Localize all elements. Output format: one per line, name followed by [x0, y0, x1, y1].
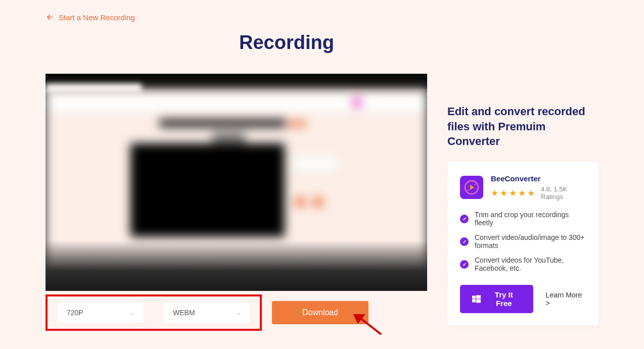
chevron-down-icon: ⌄ — [237, 310, 241, 316]
windows-icon — [472, 294, 481, 304]
resolution-select[interactable]: 720P ⌄ — [58, 303, 144, 323]
check-icon — [460, 215, 469, 223]
arrow-left-icon — [45, 13, 55, 22]
back-link-label: Start a New Recording — [59, 13, 135, 22]
feature-item: Trim and crop your recordings fleetly — [460, 211, 586, 227]
start-new-recording-link[interactable]: Start a New Recording — [45, 13, 599, 22]
page-title: Recording — [0, 32, 599, 54]
beeconverter-icon — [460, 176, 483, 199]
svg-rect-5 — [476, 295, 481, 299]
check-icon — [460, 260, 469, 269]
chevron-down-icon: ⌄ — [130, 310, 134, 316]
feature-item: Convert videos for YouTube, Facebook, et… — [460, 256, 586, 272]
star-icon: ★ — [509, 188, 517, 198]
format-select[interactable]: WEBM ⌄ — [164, 303, 250, 323]
format-value: WEBM — [173, 309, 195, 317]
star-icon: ★ — [527, 188, 535, 198]
feature-text: Convert video/audio/image to 300+ format… — [475, 233, 586, 250]
feature-item: Convert video/audio/image to 300+ format… — [460, 233, 586, 250]
format-selectors-highlight: 720P ⌄ WEBM ⌄ — [45, 294, 262, 331]
rating-stars: ★ ★ ★ ★ ★ — [491, 188, 535, 198]
product-name: BeeConverter — [491, 174, 586, 183]
check-icon — [460, 237, 469, 246]
try-free-button[interactable]: Try It Free — [460, 285, 533, 313]
star-icon: ★ — [500, 188, 508, 198]
resolution-value: 720P — [67, 309, 83, 317]
promo-card: BeeConverter ★ ★ ★ ★ ★ 4.8, 1.5K Ratings — [447, 162, 599, 326]
download-button[interactable]: Download — [272, 301, 369, 324]
feature-text: Convert videos for YouTube, Facebook, et… — [475, 256, 586, 272]
feature-text: Trim and crop your recordings fleetly — [475, 211, 586, 227]
svg-rect-7 — [476, 300, 481, 303]
video-preview[interactable] — [45, 74, 427, 291]
svg-marker-3 — [470, 185, 474, 190]
svg-rect-4 — [472, 295, 476, 298]
svg-rect-6 — [472, 300, 476, 303]
star-icon: ★ — [491, 188, 498, 198]
promo-heading: Edit and convert recorded files with Pre… — [447, 104, 599, 149]
try-button-label: Try It Free — [487, 290, 521, 308]
rating-text: 4.8, 1.5K Ratings — [541, 185, 586, 201]
learn-more-link[interactable]: Learn More > — [546, 291, 586, 307]
star-icon: ★ — [518, 188, 526, 198]
